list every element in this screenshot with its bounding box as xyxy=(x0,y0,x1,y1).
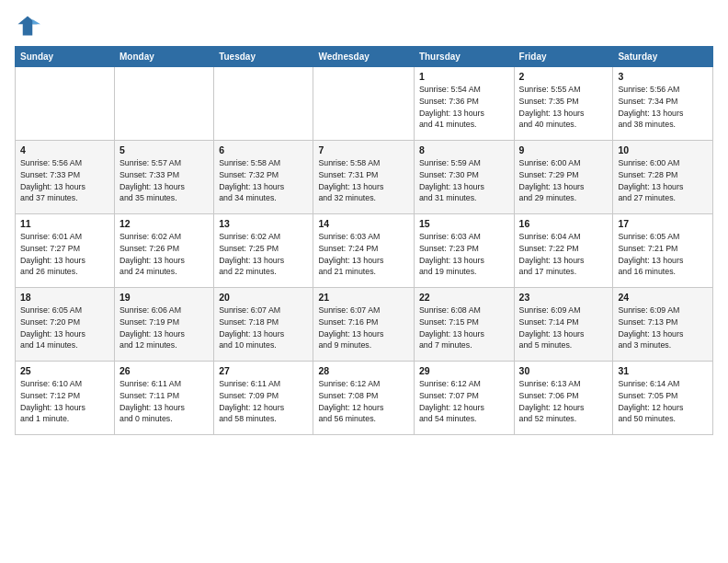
header xyxy=(15,13,713,39)
day-cell: 27Sunrise: 6:11 AM Sunset: 7:09 PM Dayli… xyxy=(214,362,313,435)
day-number: 7 xyxy=(318,144,408,155)
day-cell: 14Sunrise: 6:03 AM Sunset: 7:24 PM Dayli… xyxy=(313,214,414,288)
week-row-3: 11Sunrise: 6:01 AM Sunset: 7:27 PM Dayli… xyxy=(16,214,713,288)
col-header-tuesday: Tuesday xyxy=(214,47,313,67)
day-detail: Sunrise: 5:54 AM Sunset: 7:36 PM Dayligh… xyxy=(419,85,484,129)
day-detail: Sunrise: 6:04 AM Sunset: 7:22 PM Dayligh… xyxy=(519,232,585,276)
day-number: 8 xyxy=(419,144,509,155)
day-cell: 10Sunrise: 6:00 AM Sunset: 7:28 PM Dayli… xyxy=(613,141,713,214)
day-number: 26 xyxy=(119,365,209,376)
day-cell xyxy=(313,67,414,141)
day-cell: 28Sunrise: 6:12 AM Sunset: 7:08 PM Dayli… xyxy=(313,362,414,435)
day-number: 14 xyxy=(318,218,408,229)
day-cell: 5Sunrise: 5:57 AM Sunset: 7:33 PM Daylig… xyxy=(115,141,214,214)
day-cell: 26Sunrise: 6:11 AM Sunset: 7:11 PM Dayli… xyxy=(115,362,214,435)
svg-marker-1 xyxy=(18,17,38,36)
day-detail: Sunrise: 6:03 AM Sunset: 7:24 PM Dayligh… xyxy=(318,232,383,276)
day-detail: Sunrise: 6:02 AM Sunset: 7:26 PM Dayligh… xyxy=(119,232,185,276)
day-detail: Sunrise: 6:00 AM Sunset: 7:28 PM Dayligh… xyxy=(618,158,683,202)
col-header-thursday: Thursday xyxy=(414,47,514,67)
week-row-4: 18Sunrise: 6:05 AM Sunset: 7:20 PM Dayli… xyxy=(16,288,713,362)
day-cell: 8Sunrise: 5:59 AM Sunset: 7:30 PM Daylig… xyxy=(414,141,514,214)
day-cell xyxy=(214,67,313,141)
day-cell: 1Sunrise: 5:54 AM Sunset: 7:36 PM Daylig… xyxy=(414,67,514,141)
logo-icon xyxy=(15,13,40,39)
day-cell: 31Sunrise: 6:14 AM Sunset: 7:05 PM Dayli… xyxy=(613,362,713,435)
col-header-wednesday: Wednesday xyxy=(313,47,414,67)
col-header-sunday: Sunday xyxy=(16,47,115,67)
day-number: 15 xyxy=(419,218,509,229)
day-detail: Sunrise: 6:03 AM Sunset: 7:23 PM Dayligh… xyxy=(419,232,484,276)
logo xyxy=(15,13,44,39)
day-detail: Sunrise: 6:01 AM Sunset: 7:27 PM Dayligh… xyxy=(20,232,85,276)
day-detail: Sunrise: 5:58 AM Sunset: 7:32 PM Dayligh… xyxy=(219,158,284,202)
day-detail: Sunrise: 6:07 AM Sunset: 7:18 PM Dayligh… xyxy=(219,305,284,350)
day-number: 25 xyxy=(20,365,109,376)
day-detail: Sunrise: 6:00 AM Sunset: 7:29 PM Dayligh… xyxy=(519,158,585,202)
day-detail: Sunrise: 6:09 AM Sunset: 7:14 PM Dayligh… xyxy=(519,305,585,350)
day-cell: 22Sunrise: 6:08 AM Sunset: 7:15 PM Dayli… xyxy=(414,288,514,362)
day-number: 5 xyxy=(119,144,209,155)
day-cell: 4Sunrise: 5:56 AM Sunset: 7:33 PM Daylig… xyxy=(16,141,115,214)
day-number: 9 xyxy=(519,144,609,155)
day-cell: 29Sunrise: 6:12 AM Sunset: 7:07 PM Dayli… xyxy=(414,362,514,435)
header-row: SundayMondayTuesdayWednesdayThursdayFrid… xyxy=(16,47,713,67)
day-detail: Sunrise: 6:10 AM Sunset: 7:12 PM Dayligh… xyxy=(20,379,85,423)
day-cell: 18Sunrise: 6:05 AM Sunset: 7:20 PM Dayli… xyxy=(16,288,115,362)
day-cell: 19Sunrise: 6:06 AM Sunset: 7:19 PM Dayli… xyxy=(115,288,214,362)
day-cell: 3Sunrise: 5:56 AM Sunset: 7:34 PM Daylig… xyxy=(613,67,713,141)
day-cell: 17Sunrise: 6:05 AM Sunset: 7:21 PM Dayli… xyxy=(613,214,713,288)
col-header-friday: Friday xyxy=(514,47,613,67)
day-number: 13 xyxy=(219,218,308,229)
day-detail: Sunrise: 6:11 AM Sunset: 7:09 PM Dayligh… xyxy=(219,379,284,423)
day-number: 3 xyxy=(618,71,708,82)
day-number: 4 xyxy=(20,144,109,155)
day-number: 16 xyxy=(519,218,609,229)
day-cell: 7Sunrise: 5:58 AM Sunset: 7:31 PM Daylig… xyxy=(313,141,414,214)
day-number: 6 xyxy=(219,144,308,155)
day-detail: Sunrise: 6:06 AM Sunset: 7:19 PM Dayligh… xyxy=(119,305,185,350)
day-detail: Sunrise: 6:14 AM Sunset: 7:05 PM Dayligh… xyxy=(618,379,683,423)
day-detail: Sunrise: 5:56 AM Sunset: 7:33 PM Dayligh… xyxy=(20,158,85,202)
day-detail: Sunrise: 5:58 AM Sunset: 7:31 PM Dayligh… xyxy=(318,158,383,202)
day-cell: 11Sunrise: 6:01 AM Sunset: 7:27 PM Dayli… xyxy=(16,214,115,288)
day-number: 29 xyxy=(419,365,509,376)
day-number: 18 xyxy=(20,292,109,303)
day-detail: Sunrise: 6:05 AM Sunset: 7:20 PM Dayligh… xyxy=(20,305,85,350)
day-detail: Sunrise: 6:07 AM Sunset: 7:16 PM Dayligh… xyxy=(318,305,383,350)
day-detail: Sunrise: 5:59 AM Sunset: 7:30 PM Dayligh… xyxy=(419,158,484,202)
day-number: 17 xyxy=(618,218,708,229)
day-detail: Sunrise: 6:13 AM Sunset: 7:06 PM Dayligh… xyxy=(519,379,585,423)
day-detail: Sunrise: 6:11 AM Sunset: 7:11 PM Dayligh… xyxy=(119,379,185,423)
day-cell: 23Sunrise: 6:09 AM Sunset: 7:14 PM Dayli… xyxy=(514,288,613,362)
day-cell: 25Sunrise: 6:10 AM Sunset: 7:12 PM Dayli… xyxy=(16,362,115,435)
day-number: 31 xyxy=(618,365,708,376)
day-number: 24 xyxy=(618,292,708,303)
day-number: 10 xyxy=(618,144,708,155)
day-detail: Sunrise: 6:05 AM Sunset: 7:21 PM Dayligh… xyxy=(618,232,683,276)
page: SundayMondayTuesdayWednesdayThursdayFrid… xyxy=(0,0,728,563)
col-header-monday: Monday xyxy=(115,47,214,67)
day-cell: 16Sunrise: 6:04 AM Sunset: 7:22 PM Dayli… xyxy=(514,214,613,288)
day-detail: Sunrise: 6:09 AM Sunset: 7:13 PM Dayligh… xyxy=(618,305,683,350)
day-cell: 6Sunrise: 5:58 AM Sunset: 7:32 PM Daylig… xyxy=(214,141,313,214)
svg-marker-2 xyxy=(32,19,40,24)
day-cell xyxy=(16,67,115,141)
day-cell: 9Sunrise: 6:00 AM Sunset: 7:29 PM Daylig… xyxy=(514,141,613,214)
col-header-saturday: Saturday xyxy=(613,47,713,67)
day-number: 11 xyxy=(20,218,109,229)
week-row-2: 4Sunrise: 5:56 AM Sunset: 7:33 PM Daylig… xyxy=(16,141,713,214)
day-number: 12 xyxy=(119,218,209,229)
day-number: 2 xyxy=(519,71,609,82)
day-number: 28 xyxy=(318,365,408,376)
day-number: 27 xyxy=(219,365,308,376)
day-detail: Sunrise: 6:02 AM Sunset: 7:25 PM Dayligh… xyxy=(219,232,284,276)
day-number: 19 xyxy=(119,292,209,303)
week-row-5: 25Sunrise: 6:10 AM Sunset: 7:12 PM Dayli… xyxy=(16,362,713,435)
day-cell: 21Sunrise: 6:07 AM Sunset: 7:16 PM Dayli… xyxy=(313,288,414,362)
day-cell: 12Sunrise: 6:02 AM Sunset: 7:26 PM Dayli… xyxy=(115,214,214,288)
day-detail: Sunrise: 5:57 AM Sunset: 7:33 PM Dayligh… xyxy=(119,158,185,202)
day-cell: 15Sunrise: 6:03 AM Sunset: 7:23 PM Dayli… xyxy=(414,214,514,288)
calendar-table: SundayMondayTuesdayWednesdayThursdayFrid… xyxy=(15,46,713,435)
week-row-1: 1Sunrise: 5:54 AM Sunset: 7:36 PM Daylig… xyxy=(16,67,713,141)
